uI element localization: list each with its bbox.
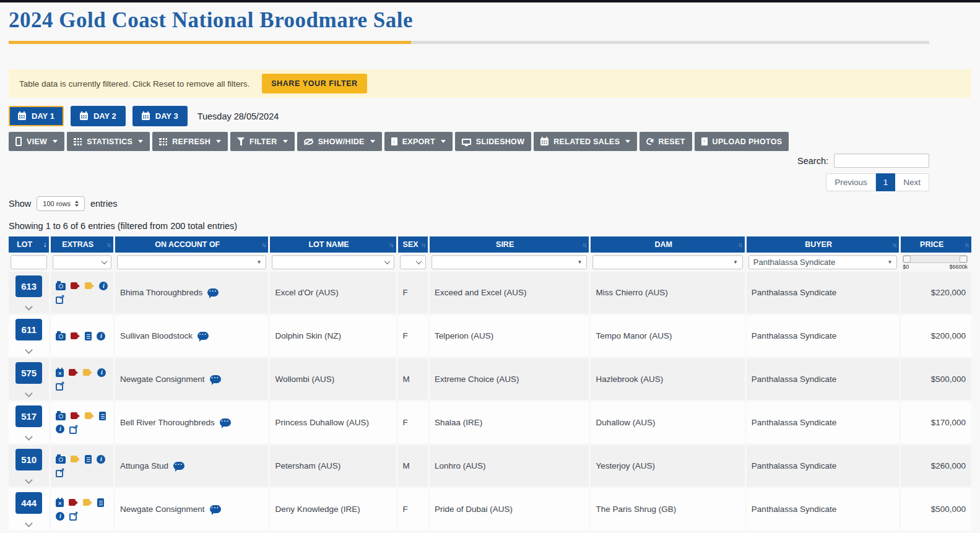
- vendor: Sullivan Bloodstock: [120, 331, 263, 340]
- video-red-icon[interactable]: [71, 332, 77, 339]
- dam-filter-select[interactable]: ▼: [592, 255, 742, 269]
- comment-bubble-icon[interactable]: [173, 462, 184, 470]
- calendar-x-icon[interactable]: [56, 499, 64, 507]
- video-yellow-icon[interactable]: [83, 369, 90, 376]
- page-length-select[interactable]: 100 rows: [37, 196, 85, 211]
- toolbar-button-statistics[interactable]: STATISTICS: [67, 132, 150, 151]
- on-account-of-filter-select[interactable]: ▼: [117, 255, 266, 269]
- file-icon[interactable]: [99, 412, 106, 420]
- vendor: Newgate Consignment: [120, 505, 263, 514]
- info-icon[interactable]: [56, 512, 64, 521]
- sort-arrows-icon: ↑↓: [106, 241, 110, 248]
- external-link-icon[interactable]: [69, 513, 77, 521]
- external-link-icon[interactable]: [56, 297, 63, 304]
- column-header-lot[interactable]: LOT↓: [9, 236, 51, 253]
- expand-row-chevron-icon[interactable]: [25, 346, 33, 354]
- file-icon[interactable]: [85, 332, 92, 340]
- camera-icon[interactable]: [56, 283, 66, 290]
- file-icon[interactable]: [85, 455, 92, 464]
- expand-row-chevron-icon[interactable]: [25, 519, 33, 527]
- day-tab-3[interactable]: DAY 3: [132, 106, 188, 126]
- lot-number-button[interactable]: 444: [15, 492, 42, 514]
- toolbar-button-view[interactable]: VIEW: [9, 132, 64, 151]
- video-red-icon[interactable]: [71, 412, 77, 419]
- price-slider-max-handle[interactable]: [960, 256, 967, 262]
- day-tab-1[interactable]: DAY 1: [9, 106, 64, 126]
- video-yellow-icon[interactable]: [85, 412, 92, 419]
- comment-bubble-icon[interactable]: [210, 375, 221, 383]
- comment-bubble-icon[interactable]: [197, 332, 209, 340]
- comment-bubble-icon[interactable]: [220, 418, 231, 427]
- lot-cell: 611: [9, 315, 51, 358]
- lot-number-button[interactable]: 510: [15, 449, 42, 470]
- toolbar-button-related-sales[interactable]: RELATED SALES: [534, 132, 637, 151]
- pagination-next-button[interactable]: Next: [895, 173, 929, 191]
- length-menu-top: Show 100 rows entries: [9, 196, 971, 211]
- file-icon[interactable]: [97, 498, 104, 507]
- comment-bubble-icon[interactable]: [210, 505, 221, 513]
- lot-cell: 575: [9, 358, 51, 402]
- toolbar-button-refresh[interactable]: REFRESH: [152, 132, 228, 151]
- column-header-on-account-of[interactable]: ON ACCOUNT OF↑↓: [115, 236, 270, 253]
- video-red-icon[interactable]: [69, 369, 76, 376]
- info-icon[interactable]: [97, 332, 105, 340]
- column-header-sire[interactable]: SIRE↑↓: [430, 236, 591, 253]
- toolbar-button-slideshow[interactable]: SLIDESHOW: [455, 132, 531, 151]
- buyer-filter-select[interactable]: Panthalassa Syndicate▼: [748, 255, 897, 269]
- lot-number-button[interactable]: 611: [15, 319, 42, 340]
- sort-arrows-icon: ↑↓: [965, 241, 968, 248]
- video-yellow-icon[interactable]: [71, 456, 77, 462]
- extras-icons: [56, 282, 110, 304]
- pagination-page-1-button[interactable]: 1: [876, 173, 896, 191]
- expand-row-chevron-icon[interactable]: [25, 303, 33, 311]
- day-tab-2[interactable]: DAY 2: [71, 106, 126, 126]
- info-icon[interactable]: [99, 282, 108, 290]
- day-tab-label: DAY 1: [32, 111, 54, 121]
- share-filter-button[interactable]: SHARE YOUR FILTER: [262, 74, 367, 93]
- lot-name-filter-select[interactable]: [272, 255, 394, 269]
- toolbar-button-filter[interactable]: FILTER: [230, 132, 295, 151]
- video-yellow-icon[interactable]: [85, 282, 92, 289]
- toolbar-button-show-hide[interactable]: SHOW/HIDE: [297, 132, 382, 151]
- video-yellow-icon[interactable]: [83, 499, 90, 506]
- column-header-dam[interactable]: DAM↑↓: [591, 236, 746, 253]
- lot-number-button[interactable]: 613: [15, 275, 42, 297]
- column-header-sex[interactable]: SEX↑↓: [398, 236, 430, 253]
- comment-bubble-icon[interactable]: [207, 288, 219, 297]
- toolbar-button-export[interactable]: EXPORT: [384, 132, 453, 151]
- sex-filter-select[interactable]: [400, 255, 426, 269]
- info-icon[interactable]: [97, 455, 105, 464]
- search-input[interactable]: [834, 154, 929, 168]
- info-icon[interactable]: [56, 425, 64, 433]
- sire-filter-select[interactable]: ▼: [431, 255, 588, 269]
- column-header-extras[interactable]: EXTRAS↑↓: [51, 236, 115, 253]
- price-min-label: $0: [903, 264, 909, 270]
- camera-icon[interactable]: [56, 413, 66, 420]
- column-header-price[interactable]: PRICE↑↓: [901, 236, 971, 253]
- column-header-buyer[interactable]: BUYER↑↓: [747, 236, 901, 253]
- lot-filter-input[interactable]: [11, 255, 47, 269]
- camera-icon[interactable]: [56, 333, 66, 340]
- price-slider-min-handle[interactable]: [903, 256, 911, 262]
- toolbar-button-upload-photos[interactable]: UPLOAD PHOTOS: [695, 132, 789, 151]
- video-red-icon[interactable]: [71, 282, 77, 289]
- expand-row-chevron-icon[interactable]: [25, 476, 33, 484]
- expand-row-chevron-icon[interactable]: [25, 389, 33, 397]
- column-header-lot-name[interactable]: LOT NAME↑↓: [270, 236, 397, 253]
- external-link-icon[interactable]: [69, 427, 77, 434]
- calendar-x-icon[interactable]: [56, 369, 64, 377]
- external-link-icon[interactable]: [56, 383, 63, 391]
- toolbar-button-label: STATISTICS: [87, 137, 132, 146]
- video-red-icon[interactable]: [69, 499, 76, 506]
- pagination-previous-button[interactable]: Previous: [826, 173, 876, 191]
- lot-number-button[interactable]: 575: [15, 362, 42, 384]
- camera-icon[interactable]: [56, 456, 66, 464]
- info-icon[interactable]: [97, 368, 106, 377]
- price-range-slider[interactable]: [903, 255, 968, 263]
- extras-cell: [51, 315, 115, 358]
- toolbar-button-reset[interactable]: RESET: [640, 132, 692, 151]
- external-link-icon[interactable]: [56, 470, 63, 477]
- lot-number-button[interactable]: 517: [15, 405, 42, 427]
- expand-row-chevron-icon[interactable]: [25, 433, 33, 441]
- extras-filter-select[interactable]: [53, 255, 111, 269]
